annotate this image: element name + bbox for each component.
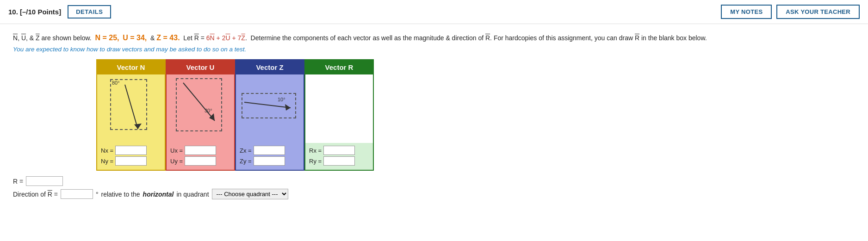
content-area: N, U, & Z are shown below. N = 25, U = 3… (0, 24, 868, 209)
uy-label: Uy = (170, 158, 183, 165)
ny-input-row: Ny = (101, 156, 161, 166)
uy-input-row: Uy = (170, 156, 230, 166)
header-right: MY NOTES ASK YOUR TEACHER (721, 5, 860, 19)
vector-r-inputs: Rx = Ry = (305, 143, 373, 170)
vector-r-diagram (305, 74, 373, 143)
direction-input[interactable] (61, 189, 93, 199)
vectors-grid: Vector N 80° Nx = (96, 59, 855, 171)
nx-input-row: Nx = (101, 146, 161, 155)
r-magnitude-input[interactable] (26, 176, 63, 186)
zy-input[interactable] (254, 156, 285, 166)
header-left: 10. [–/10 Points] DETAILS (8, 5, 111, 19)
degree-symbol: ° (96, 191, 99, 198)
uy-input[interactable] (185, 156, 216, 166)
header-row: 10. [–/10 Points] DETAILS MY NOTES ASK Y… (0, 0, 868, 24)
z-arrow-svg (236, 74, 304, 143)
n-value: N = 25, (95, 34, 119, 42)
vector-r-card: Vector R Rx = Ry = (304, 59, 374, 171)
problem-text: N, U, & Z are shown below. N = 25, U = 3… (13, 31, 855, 44)
vector-z-card: Vector Z 10° Zx = (235, 59, 304, 171)
svg-marker-5 (285, 104, 291, 111)
u-value: U = 34, (123, 34, 147, 42)
vector-u-card: Vector U 30° Ux = (166, 59, 235, 171)
direction-label: Direction of R = (13, 191, 58, 198)
ny-input[interactable] (115, 156, 147, 166)
bottom-inputs: R = Direction of R = ° relative to the h… (13, 176, 855, 199)
nx-input[interactable] (115, 146, 147, 155)
rx-input-row: Rx = (309, 146, 369, 155)
horizontal-label: horizontal (143, 191, 174, 198)
z-value: Z = 43. (156, 34, 180, 42)
zx-input[interactable] (254, 146, 285, 155)
ry-input[interactable] (323, 156, 355, 166)
details-button[interactable]: DETAILS (68, 5, 111, 19)
vector-z-header: Vector Z (236, 60, 304, 74)
vector-n-inputs: Nx = Ny = (97, 143, 165, 170)
equation-part: 6N + 2U + 7Z (206, 34, 245, 42)
quadrant-select[interactable]: --- Choose quadrant --- I II III IV (212, 189, 288, 199)
zy-input-row: Zy = (240, 156, 300, 166)
ux-input[interactable] (185, 146, 216, 155)
ny-label: Ny = (101, 158, 113, 165)
nx-label: Nx = (101, 147, 113, 154)
vector-z-inputs: Zx = Zy = (236, 143, 304, 170)
ask-teacher-button[interactable]: ASK YOUR TEACHER (776, 5, 860, 19)
vector-u-inputs: Ux = Uy = (167, 143, 234, 170)
zx-input-row: Zx = (240, 146, 300, 155)
my-notes-button[interactable]: MY NOTES (721, 5, 772, 19)
vector-u-diagram: 30° (167, 74, 234, 143)
svg-line-4 (244, 102, 291, 108)
vectors-intro: N, U, & Z are shown below. N = 25, U = 3… (13, 34, 707, 42)
vector-r-header: Vector R (305, 60, 373, 74)
zx-label: Zx = (240, 147, 252, 154)
hint-text: You are expected to know how to draw vec… (13, 46, 855, 53)
page-container: 10. [–/10 Points] DETAILS MY NOTES ASK Y… (0, 0, 868, 241)
relative-text: relative to the (101, 191, 140, 198)
r-magnitude-row: R = (13, 176, 855, 186)
r-magnitude-label: R = (13, 178, 23, 185)
vector-n-card: Vector N 80° Nx = (96, 59, 166, 171)
svg-line-2 (183, 83, 215, 121)
direction-row: Direction of R = ° relative to the horiz… (13, 189, 855, 199)
vector-n-header: Vector N (97, 60, 165, 74)
svg-line-0 (125, 85, 138, 129)
ry-input-row: Ry = (309, 156, 369, 166)
vector-z-diagram: 10° (236, 74, 304, 143)
zy-label: Zy = (240, 158, 252, 165)
ux-input-row: Ux = (170, 146, 230, 155)
u-arrow-svg (167, 74, 234, 143)
rx-input[interactable] (323, 146, 355, 155)
svg-marker-1 (134, 124, 142, 129)
ux-label: Ux = (170, 147, 183, 154)
n-arrow-svg (97, 74, 165, 143)
vector-u-header: Vector U (167, 60, 234, 74)
ry-label: Ry = (309, 158, 322, 165)
in-quadrant-text: in quadrant (176, 191, 209, 198)
rx-label: Rx = (309, 147, 322, 154)
vector-n-diagram: 80° (97, 74, 165, 143)
question-label: 10. [–/10 Points] (8, 8, 61, 16)
